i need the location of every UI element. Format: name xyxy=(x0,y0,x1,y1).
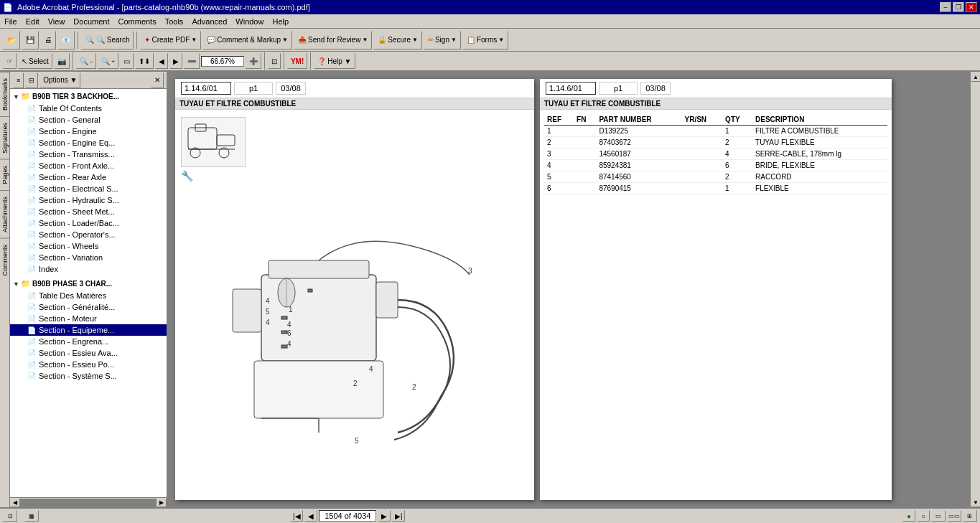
menu-comments[interactable]: Comments xyxy=(114,14,161,28)
zoom-in-btn[interactable]: 🔍+ xyxy=(98,53,118,69)
first-page-btn[interactable]: |◀ xyxy=(290,510,303,522)
next-view-btn[interactable]: ▶ xyxy=(169,53,182,69)
sidebar-list-btn2[interactable]: ⊟ xyxy=(25,72,38,88)
forms-arrow: ▼ xyxy=(498,37,504,43)
sidebar-item-moteur[interactable]: 📄 Section - Moteur xyxy=(10,313,167,324)
fit-width-btn[interactable]: ⬆⬇ xyxy=(135,53,154,69)
sidebar-item-toc[interactable]: 📄 Table Of Contents xyxy=(10,103,167,114)
sidebar-item-hydraulic[interactable]: 📄 Section - Hydraulic S... xyxy=(10,194,167,206)
pdf-container[interactable]: 1.14.6/01 p1 03/08 TUYAU ET FILTRE COMBU… xyxy=(168,72,970,507)
comment-btn[interactable]: 💬 Comment & Markup ▼ xyxy=(202,31,292,50)
next-page-btn[interactable]: ▶ xyxy=(378,510,391,522)
sidebar-toolbar: ≡ ⊟ Options ▼ ✕ xyxy=(10,72,167,89)
zoom-out2-btn[interactable]: ➖ xyxy=(184,53,200,69)
sidebar-item-transmiss[interactable]: 📄 Section - Transmiss... xyxy=(10,149,167,160)
equipeme-icon: 📄 xyxy=(27,326,36,334)
sidebar-item-generalites[interactable]: 📄 Section - Généralité... xyxy=(10,301,167,313)
sidebar-item-electrical[interactable]: 📄 Section - Electrical S... xyxy=(10,183,167,194)
page-view-btn[interactable]: ▭ xyxy=(120,53,134,69)
scroll-down-btn[interactable]: ▼ xyxy=(971,497,980,507)
sidebar-options-btn[interactable]: Options ▼ xyxy=(39,72,80,88)
group1-header[interactable]: ▼ 📁 B90B TIER 3 BACKHOE... xyxy=(10,90,167,103)
menu-document[interactable]: Document xyxy=(69,14,113,28)
create-pdf-btn[interactable]: ✦ Create PDF ▼ xyxy=(140,31,201,50)
electrical-label: Section - Electrical S... xyxy=(39,184,118,193)
open-btn[interactable]: 📂 xyxy=(3,31,20,50)
view-mode-btn1[interactable]: ● xyxy=(902,510,915,522)
sidebar-item-engine-eq[interactable]: 📄 Section - Engine Eq... xyxy=(10,137,167,149)
signatures-tab[interactable]: Signatures xyxy=(0,116,9,159)
sidebar-item-general[interactable]: 📄 Section - General xyxy=(10,114,167,126)
table-cell: 6 xyxy=(544,183,574,194)
sidebar-item-loader[interactable]: 📄 Section - Loader/Bac... xyxy=(10,217,167,229)
table-cell: 4 xyxy=(722,149,752,160)
status-icon2[interactable]: ▦ xyxy=(24,510,39,522)
sidebar-item-essieu-ava[interactable]: 📄 Section - Essieu Ava... xyxy=(10,347,167,359)
search-btn[interactable]: 🔍 🔍 Search xyxy=(81,31,134,50)
secure-btn[interactable]: 🔒 Secure ▼ xyxy=(373,31,422,50)
select-tool-btn[interactable]: ↖ Select xyxy=(18,53,52,69)
sidebar-item-equipeme[interactable]: 📄 Section - Equipeme... xyxy=(10,324,167,336)
menu-window[interactable]: Window xyxy=(231,14,268,28)
col-part-number: PART NUMBER xyxy=(596,114,681,126)
scroll-up-btn[interactable]: ▲ xyxy=(971,72,980,82)
attachments-tab[interactable]: Attachments xyxy=(0,190,9,238)
comments-tab[interactable]: Comments xyxy=(0,238,9,282)
sidebar-item-table-matieres[interactable]: 📄 Table Des Matières xyxy=(10,290,167,301)
sidebar-close-btn[interactable]: ✕ xyxy=(151,72,164,88)
view-double[interactable]: ▭▭ xyxy=(947,510,961,522)
sidebar-item-engine[interactable]: 📄 Section - Engine xyxy=(10,126,167,137)
save-btn[interactable]: 💾 xyxy=(22,31,39,50)
sidebar-item-variation[interactable]: 📄 Section - Variation xyxy=(10,252,167,263)
zoom-input[interactable]: 66.67% xyxy=(201,56,244,67)
minimize-btn[interactable]: – xyxy=(940,2,951,12)
help-btn[interactable]: ❓ Help ▼ xyxy=(314,53,355,69)
bookmarks-tab[interactable]: Bookmarks xyxy=(0,72,9,116)
sidebar-item-essieu-po[interactable]: 📄 Section - Essieu Po... xyxy=(10,359,167,370)
sidebar-item-front-axle[interactable]: 📄 Section - Front Axle... xyxy=(10,160,167,171)
menu-help[interactable]: Help xyxy=(268,14,293,28)
yam-btn[interactable]: YM! xyxy=(287,53,307,69)
sidebar-list-btn1[interactable]: ≡ xyxy=(13,72,24,88)
sidebar-item-sheet-met[interactable]: 📄 Section - Sheet Met... xyxy=(10,206,167,217)
prev-page-btn[interactable]: ◀ xyxy=(304,510,317,522)
sidebar-scroll-right[interactable]: ▶ xyxy=(157,499,167,507)
hand-tool-btn[interactable]: ☞ xyxy=(3,53,17,69)
menu-view[interactable]: View xyxy=(44,14,70,28)
zoom-in2-btn[interactable]: ➕ xyxy=(246,53,261,69)
pages-tab[interactable]: Pages xyxy=(0,159,9,190)
sidebar-item-wheels[interactable]: 📄 Section - Wheels xyxy=(10,240,167,252)
close-btn[interactable]: ✕ xyxy=(966,2,977,12)
print-btn[interactable]: 🖨 xyxy=(40,31,56,50)
forms-btn[interactable]: 📋 Forms ▼ xyxy=(462,31,508,50)
group1-label: B90B TIER 3 BACKHOE... xyxy=(32,93,119,100)
sidebar-item-operator[interactable]: 📄 Section - Operator's... xyxy=(10,229,167,240)
view-single[interactable]: ▭ xyxy=(931,510,946,522)
search-icon: 🔍 xyxy=(85,36,94,44)
view-grid[interactable]: ⊞ xyxy=(963,510,977,522)
snapshot-btn[interactable]: 📷 xyxy=(54,53,70,69)
menu-advanced[interactable]: Advanced xyxy=(187,14,231,28)
sidebar-scroll-left[interactable]: ◀ xyxy=(10,499,20,507)
menu-edit[interactable]: Edit xyxy=(22,14,44,28)
sidebar-item-index[interactable]: 📄 Index xyxy=(10,263,167,275)
view-mode-btn2[interactable]: ○ xyxy=(917,510,930,522)
zoom-out-btn[interactable]: 🔍– xyxy=(76,53,96,69)
sidebar-item-systeme[interactable]: 📄 Section - Système S... xyxy=(10,370,167,382)
status-icon1[interactable]: ⊡ xyxy=(3,510,17,522)
svg-text:2: 2 xyxy=(353,380,358,387)
prev-view-btn[interactable]: ◀ xyxy=(155,53,168,69)
restore-btn[interactable]: ❐ xyxy=(953,2,964,12)
operator-label: Section - Operator's... xyxy=(39,230,116,239)
last-page-btn[interactable]: ▶| xyxy=(392,510,405,522)
menu-file[interactable]: File xyxy=(0,14,22,28)
fit-page-btn[interactable]: ⊡ xyxy=(268,53,281,69)
group2-header[interactable]: ▼ 📁 B90B PHASE 3 CHAR... xyxy=(10,278,167,290)
menu-tools[interactable]: Tools xyxy=(161,14,188,28)
send-review-btn[interactable]: 📤 Send for Review ▼ xyxy=(294,31,372,50)
sign-btn[interactable]: ✏ Sign ▼ xyxy=(424,31,461,50)
sidebar-item-engrenage[interactable]: 📄 Section - Engrena... xyxy=(10,336,167,347)
loader-icon: 📄 xyxy=(27,220,36,227)
email-btn[interactable]: 📧 xyxy=(57,31,75,50)
sidebar-item-rear-axle[interactable]: 📄 Section - Rear Axle xyxy=(10,171,167,183)
